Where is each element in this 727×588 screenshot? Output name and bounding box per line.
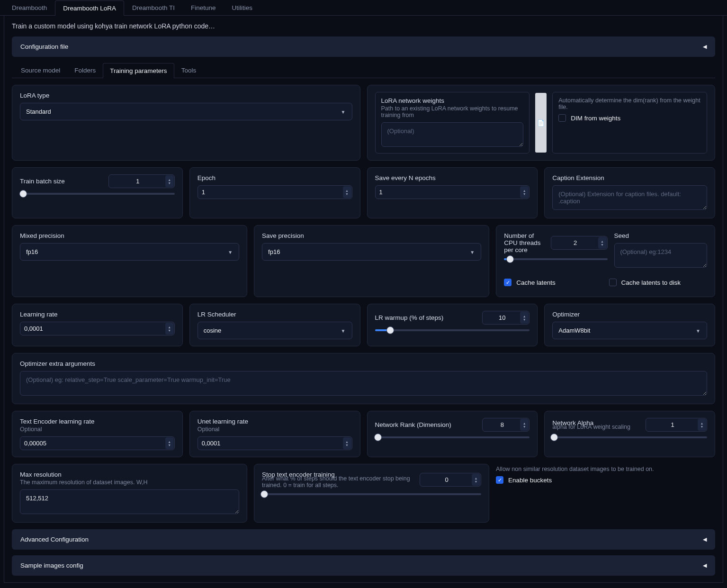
- triangle-left-icon: ◀: [703, 536, 707, 543]
- lora-type-select[interactable]: Standard ▼: [20, 103, 352, 120]
- save-n-input[interactable]: [375, 185, 530, 199]
- cache-latents-disk-checkbox[interactable]: Cache latents to disk: [609, 279, 707, 286]
- spinner-icon[interactable]: ▲▼: [343, 186, 351, 198]
- lora-type-label: LoRA type: [20, 92, 352, 99]
- optimizer-value: AdamW8bit: [552, 322, 707, 339]
- cpu-threads-slider[interactable]: [504, 258, 607, 260]
- document-icon[interactable]: 📄: [535, 93, 547, 153]
- adv-config-title: Advanced Configuration: [20, 536, 89, 543]
- panel-unet-lr: Unet learning rate Optional ▲▼: [189, 411, 360, 457]
- cache-latents-checkbox[interactable]: ✓ Cache latents: [504, 279, 602, 286]
- max-res-input[interactable]: [20, 489, 239, 514]
- opt-args-input[interactable]: [20, 371, 707, 396]
- lr-scheduler-value: cosine: [197, 322, 352, 339]
- lora-weights-input[interactable]: [381, 122, 524, 147]
- te-lr-label: Text Encoder learning rate: [20, 418, 175, 425]
- triangle-left-icon: ◀: [703, 562, 707, 569]
- lora-type-value: Standard: [20, 103, 352, 120]
- tab-folders[interactable]: Folders: [67, 63, 103, 78]
- stop-te-slider[interactable]: [262, 493, 481, 495]
- cache-latents-label: Cache latents: [516, 279, 556, 286]
- spinner-icon[interactable]: ▲▼: [520, 312, 529, 324]
- tab-training-parameters[interactable]: Training parameters: [103, 63, 174, 78]
- spinner-icon[interactable]: ▲▼: [598, 237, 607, 249]
- cpu-threads-label: Number of CPU threads per core: [504, 232, 542, 253]
- tab-utilities[interactable]: Utilities: [224, 0, 260, 15]
- tab-source-model[interactable]: Source model: [14, 63, 67, 78]
- save-precision-select[interactable]: fp16 ▼: [262, 243, 481, 261]
- lr-warmup-slider[interactable]: [375, 329, 530, 331]
- lora-weights-label: LoRA network weights: [381, 97, 524, 104]
- panel-learning-rate: Learning rate ▲▼: [12, 304, 183, 346]
- checkbox-checked-icon: ✓: [496, 476, 503, 484]
- caption-ext-input[interactable]: [552, 185, 707, 210]
- accordion-advanced-config[interactable]: Advanced Configuration ◀: [12, 529, 715, 550]
- net-alpha-slider[interactable]: [552, 436, 707, 438]
- save-precision-label: Save precision: [262, 232, 481, 239]
- train-batch-input[interactable]: [108, 174, 175, 188]
- panel-max-resolution: Max resolution The maximum resolution of…: [12, 464, 247, 523]
- epoch-input[interactable]: [197, 185, 352, 199]
- lr-warmup-stepper[interactable]: ▲▼: [482, 311, 530, 325]
- dim-from-weights-checkbox[interactable]: DIM from weights: [558, 114, 701, 122]
- panel-lora-weights: LoRA network weights Path to an existing…: [367, 85, 716, 161]
- unet-lr-input[interactable]: [197, 436, 352, 450]
- train-batch-label: Train batch size: [20, 178, 65, 185]
- stop-te-stepper[interactable]: ▲▼: [420, 473, 481, 487]
- te-lr-sublabel: Optional: [20, 426, 175, 433]
- checkbox-checked-icon: ✓: [504, 279, 512, 286]
- tab-dreambooth-ti[interactable]: Dreambooth TI: [124, 0, 183, 15]
- tab-dreambooth[interactable]: Dreambooth: [4, 0, 55, 15]
- enable-buckets-checkbox[interactable]: ✓ Enable buckets: [496, 476, 715, 484]
- stop-te-sublabel: After what % of steps should the text en…: [262, 475, 415, 488]
- mixed-precision-select[interactable]: fp16 ▼: [20, 243, 239, 261]
- spinner-icon[interactable]: ▲▼: [165, 175, 174, 187]
- tab-tools[interactable]: Tools: [174, 63, 204, 78]
- panel-optimizer-args: Optimizer extra arguments: [12, 353, 715, 404]
- epoch-label: Epoch: [197, 174, 352, 181]
- spinner-icon[interactable]: ▲▼: [472, 474, 480, 486]
- seed-input[interactable]: [614, 243, 707, 268]
- tab-finetune[interactable]: Finetune: [183, 0, 224, 15]
- spinner-icon[interactable]: ▲▼: [520, 419, 529, 431]
- accordion-config-file[interactable]: Configuration file ◀: [12, 36, 715, 57]
- panel-lr-warmup: LR warmup (% of steps) ▲▼: [367, 304, 538, 346]
- net-rank-stepper[interactable]: ▲▼: [482, 418, 530, 432]
- panel-save-precision: Save precision fp16 ▼: [254, 225, 489, 297]
- net-rank-slider[interactable]: [375, 436, 530, 438]
- unet-lr-label: Unet learning rate: [197, 418, 352, 425]
- spinner-icon[interactable]: ▲▼: [343, 437, 351, 449]
- dim-help: Automatically determine the dim(rank) fr…: [558, 97, 701, 110]
- spinner-icon[interactable]: ▲▼: [165, 437, 174, 449]
- tab-dreambooth-lora[interactable]: Dreambooth LoRA: [55, 0, 124, 16]
- spinner-icon[interactable]: ▲▼: [698, 419, 706, 431]
- lr-scheduler-select[interactable]: cosine ▼: [197, 322, 352, 339]
- sample-config-title: Sample images config: [20, 562, 83, 569]
- panel-net-alpha: Network Alpha alpha for LoRA weight scal…: [544, 411, 715, 457]
- spinner-icon[interactable]: ▲▼: [165, 323, 174, 335]
- buckets-help: Allow non similar resolution dataset ima…: [496, 466, 715, 472]
- optimizer-select[interactable]: AdamW8bit ▼: [552, 322, 707, 339]
- top-tabs: Dreambooth Dreambooth LoRA Dreambooth TI…: [0, 0, 727, 16]
- checkbox-unchecked-icon: [558, 114, 566, 122]
- lr-input[interactable]: [20, 322, 175, 335]
- te-lr-input[interactable]: [20, 436, 175, 450]
- spinner-icon[interactable]: ▲▼: [520, 186, 529, 198]
- panel-lora-type: LoRA type Standard ▼: [12, 85, 360, 161]
- lr-label: Learning rate: [20, 311, 175, 318]
- panel-net-rank: Network Rank (Dimension) ▲▼: [367, 411, 538, 457]
- accordion-sample-config[interactable]: Sample images config ◀: [12, 555, 715, 576]
- panel-stop-te: Stop text encoder training After what % …: [254, 464, 489, 523]
- cpu-threads-stepper[interactable]: ▲▼: [551, 236, 608, 250]
- max-res-sublabel: The maximum resolution of dataset images…: [20, 479, 239, 486]
- sub-tabs: Source model Folders Training parameters…: [12, 63, 715, 78]
- net-alpha-stepper[interactable]: ▲▼: [646, 418, 707, 432]
- triangle-left-icon: ◀: [703, 44, 707, 50]
- seed-label: Seed: [614, 232, 707, 239]
- train-batch-stepper[interactable]: ▲▼: [108, 174, 175, 188]
- panel-optimizer: Optimizer AdamW8bit ▼: [544, 304, 715, 346]
- mixed-precision-label: Mixed precision: [20, 232, 239, 239]
- max-res-label: Max resolution: [20, 471, 239, 478]
- train-batch-slider[interactable]: [20, 193, 175, 195]
- panel-te-lr: Text Encoder learning rate Optional ▲▼: [12, 411, 183, 457]
